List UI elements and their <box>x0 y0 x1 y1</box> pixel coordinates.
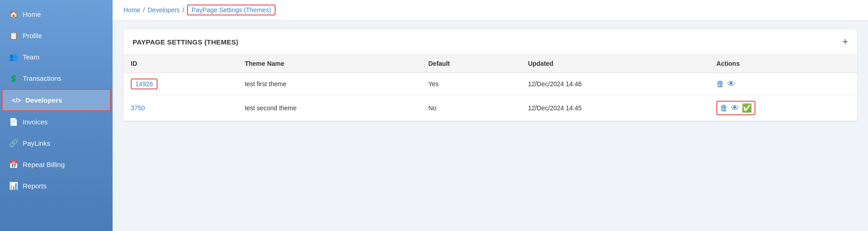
breadcrumb-current: PayPage Settings (Themes) <box>187 5 276 15</box>
row2-delete-icon[interactable]: 🗑 <box>720 103 728 113</box>
row1-default: Yes <box>421 73 520 95</box>
sidebar-label-developers: Developers <box>25 96 62 104</box>
sidebar-label-repeat-billing: Repeat Billing <box>23 161 65 168</box>
paylinks-icon: 🔗 <box>9 139 18 147</box>
row1-delete-icon[interactable]: 🗑 <box>716 79 725 89</box>
table-header-row: ID Theme Name Default Updated Actions <box>123 54 857 73</box>
sidebar-item-repeat-billing[interactable]: 📅 Repeat Billing <box>0 154 113 175</box>
col-updated: Updated <box>521 54 709 73</box>
sidebar-item-invoices[interactable]: 📄 Invoices <box>0 111 113 133</box>
transactions-icon: 💲 <box>9 74 18 83</box>
row2-actions: 🗑 👁 ✅ <box>709 95 857 121</box>
row1-updated: 12/Dec/2024 14:46 <box>521 73 709 95</box>
row1-theme-name: test first theme <box>237 73 421 95</box>
developers-icon: </> <box>12 97 21 104</box>
sidebar-label-transactions: Transactions <box>23 74 61 82</box>
breadcrumb-sep2: / <box>182 6 184 14</box>
row2-default: No <box>421 95 520 121</box>
sidebar-label-home: Home <box>23 10 41 18</box>
sidebar-item-reports[interactable]: 📊 Reports <box>0 175 113 197</box>
row1-view-icon[interactable]: 👁 <box>727 79 735 89</box>
sidebar-label-invoices: Invoices <box>23 118 48 126</box>
sidebar: 🏠 Home 📋 Profile 👥 Team 💲 Transactions <… <box>0 0 113 231</box>
sidebar-item-home[interactable]: 🏠 Home <box>0 4 113 25</box>
content-area: PAYPAGE SETTINGS (THEMES) + ID Theme Nam… <box>113 20 868 231</box>
sidebar-label-team: Team <box>23 53 39 61</box>
col-id: ID <box>123 54 237 73</box>
reports-icon: 📊 <box>9 182 18 190</box>
sidebar-item-developers[interactable]: </> Developers <box>2 89 111 111</box>
card-title: PAYPAGE SETTINGS (THEMES) <box>133 38 238 46</box>
team-icon: 👥 <box>9 53 18 61</box>
row1-id-link[interactable]: 14926 <box>131 79 158 89</box>
row1-actions: 🗑 👁 <box>709 73 857 95</box>
paypage-settings-card: PAYPAGE SETTINGS (THEMES) + ID Theme Nam… <box>123 29 857 121</box>
sidebar-label-paylinks: PayLinks <box>23 139 50 147</box>
sidebar-label-profile: Profile <box>23 32 42 39</box>
breadcrumb-sep1: / <box>143 6 145 14</box>
add-button[interactable]: + <box>842 37 848 47</box>
repeat-billing-icon: 📅 <box>9 160 18 169</box>
profile-icon: 📋 <box>9 31 18 40</box>
col-actions: Actions <box>709 54 857 73</box>
row2-check-icon[interactable]: ✅ <box>742 103 752 113</box>
sidebar-item-team[interactable]: 👥 Team <box>0 46 113 68</box>
sidebar-item-profile[interactable]: 📋 Profile <box>0 25 113 46</box>
table-row: 14926 test first theme Yes 12/Dec/2024 1… <box>123 73 857 95</box>
row2-view-icon[interactable]: 👁 <box>731 103 739 113</box>
breadcrumb-home[interactable]: Home <box>123 6 140 14</box>
col-default: Default <box>421 54 520 73</box>
card-header: PAYPAGE SETTINGS (THEMES) + <box>123 29 857 54</box>
sidebar-item-paylinks[interactable]: 🔗 PayLinks <box>0 133 113 154</box>
breadcrumb-developers[interactable]: Developers <box>148 6 180 14</box>
row2-id-cell: 3750 <box>123 95 237 121</box>
row2-updated: 12/Dec/2024 14:45 <box>521 95 709 121</box>
themes-table: ID Theme Name Default Updated Actions 14… <box>123 54 857 121</box>
breadcrumb: Home / Developers / PayPage Settings (Th… <box>113 0 868 20</box>
col-theme-name: Theme Name <box>237 54 421 73</box>
row2-theme-name: test second theme <box>237 95 421 121</box>
sidebar-label-reports: Reports <box>23 182 47 190</box>
row1-id-cell: 14926 <box>123 73 237 95</box>
row2-id-link[interactable]: 3750 <box>131 104 145 112</box>
invoices-icon: 📄 <box>9 118 18 126</box>
sidebar-item-transactions[interactable]: 💲 Transactions <box>0 68 113 89</box>
table-row: 3750 test second theme No 12/Dec/2024 14… <box>123 95 857 121</box>
home-icon: 🏠 <box>9 10 18 19</box>
main-content: Home / Developers / PayPage Settings (Th… <box>113 0 868 231</box>
